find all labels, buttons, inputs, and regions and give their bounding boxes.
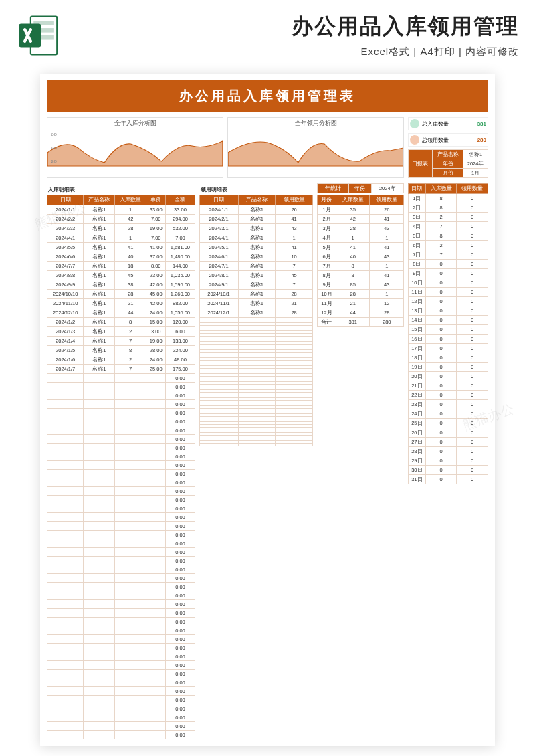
table-row[interactable]: 2024/1/6名称1224.0048.00	[47, 355, 195, 365]
table-row[interactable]: 12日00	[409, 297, 488, 306]
table-row[interactable]: 16日00	[409, 335, 488, 344]
table-row[interactable]: 0.00	[47, 670, 195, 678]
table-row[interactable]: 0.00	[47, 539, 195, 548]
daily-table[interactable]: 日期入库数量领用数量 1日802日803日204日705日806日207日708…	[408, 183, 488, 484]
table-row[interactable]: 5月4141	[318, 243, 404, 252]
table-row[interactable]: 2024/12/1名称128	[199, 308, 312, 318]
table-row[interactable]: 2日80	[409, 203, 488, 213]
table-row[interactable]: 0.00	[47, 548, 195, 557]
table-row[interactable]: 21日00	[409, 381, 488, 391]
table-row[interactable]: 2024/7/7名称1188.00144.00	[47, 262, 195, 271]
table-row[interactable]: 11日00	[409, 288, 488, 297]
table-row[interactable]: 2024/2/1名称141	[199, 215, 312, 224]
table-row[interactable]: 2024/10/10名称12845.001,260.00	[47, 290, 195, 299]
table-row[interactable]: 0.00	[47, 400, 195, 409]
table-row[interactable]: 25日00	[409, 419, 488, 428]
table-row[interactable]: 15日00	[409, 325, 488, 335]
table-row[interactable]: 2024/11/1名称121	[199, 299, 312, 308]
table-row[interactable]: 0.00	[47, 478, 195, 487]
table-row[interactable]: 0.00	[47, 444, 195, 452]
table-row[interactable]: 0.00	[47, 644, 195, 652]
table-row[interactable]: 0.00	[47, 722, 195, 731]
table-row[interactable]: 0.00	[47, 531, 195, 539]
table-row[interactable]: 7日70	[409, 250, 488, 260]
table-row[interactable]: 0.00	[47, 374, 195, 383]
table-row[interactable]: 5日80	[409, 231, 488, 241]
table-row[interactable]: 2024/1/7名称1725.00175.00	[47, 365, 195, 374]
table-row[interactable]: 3日20	[409, 213, 488, 222]
table-row[interactable]: 2024/1/1名称126	[199, 205, 312, 215]
table-row[interactable]: 2024/9/9名称13842.001,596.00	[47, 280, 195, 290]
table-row[interactable]: 0.00	[47, 704, 195, 713]
table-row[interactable]: 11月2112	[318, 299, 404, 308]
table-row[interactable]: 0.00	[47, 652, 195, 661]
table-row[interactable]: 0.00	[47, 383, 195, 391]
table-row[interactable]: 2024/8/1名称145	[199, 271, 312, 280]
table-row[interactable]: 2月4241	[318, 215, 404, 224]
table-row[interactable]: 23日00	[409, 400, 488, 409]
table-row[interactable]: 0.00	[47, 600, 195, 609]
table-row[interactable]: 9月8543	[318, 280, 404, 290]
table-row[interactable]: 0.00	[47, 661, 195, 670]
table-row[interactable]: 0.00	[47, 470, 195, 478]
table-row[interactable]: 6月4043	[318, 252, 404, 262]
table-row[interactable]: 2024/1/4名称1719.00133.00	[47, 337, 195, 346]
table-row[interactable]: 0.00	[47, 426, 195, 435]
table-row[interactable]: 26日00	[409, 428, 488, 438]
table-row[interactable]: 27日00	[409, 438, 488, 447]
table-row[interactable]: 1日80	[409, 194, 488, 203]
table-row[interactable]: 14日00	[409, 316, 488, 325]
table-row[interactable]: 29日00	[409, 456, 488, 466]
table-row[interactable]: 19日00	[409, 363, 488, 372]
table-row[interactable]: 8月841	[318, 271, 404, 280]
table-row[interactable]: 8日00	[409, 260, 488, 269]
table-row[interactable]	[199, 444, 312, 446]
table-row[interactable]: 0.00	[47, 391, 195, 400]
table-row[interactable]: 0.00	[47, 417, 195, 426]
table-row[interactable]: 6日20	[409, 241, 488, 250]
table-row[interactable]: 10日00	[409, 278, 488, 288]
table-row[interactable]: 0.00	[47, 618, 195, 626]
table-row[interactable]: 0.00	[47, 574, 195, 583]
table-row[interactable]: 31日00	[409, 475, 488, 484]
table-row[interactable]: 10月281	[318, 290, 404, 299]
table-row[interactable]: 0.00	[47, 591, 195, 600]
table-row[interactable]: 2024/1/2名称1815.00120.00	[47, 318, 195, 327]
table-row[interactable]: 2024/4/1名称11	[199, 233, 312, 243]
table-row[interactable]: 2024/9/1名称17	[199, 280, 312, 290]
table-row[interactable]: 0.00	[47, 635, 195, 644]
usage-table[interactable]: 日期产品名称领用数量 2024/1/1名称1262024/2/1名称141202…	[199, 195, 313, 446]
table-row[interactable]: 0.00	[47, 522, 195, 531]
inbound-table[interactable]: 日期产品名称入库数量单价金额 2024/1/1名称1133.0033.00202…	[47, 195, 195, 739]
table-row[interactable]: 0.00	[47, 461, 195, 470]
table-row[interactable]: 2024/4/1名称117.007.00	[47, 233, 195, 243]
table-row[interactable]: 0.00	[47, 687, 195, 696]
table-row[interactable]: 合计381280	[318, 318, 404, 327]
monthly-table[interactable]: 月份入库数量领用数量 1月35262月42413月28434月115月41416…	[317, 195, 404, 327]
table-row[interactable]: 20日00	[409, 372, 488, 381]
table-row[interactable]: 2024/5/5名称14141.001,681.00	[47, 243, 195, 252]
table-row[interactable]: 0.00	[47, 504, 195, 513]
table-row[interactable]: 0.00	[47, 435, 195, 444]
table-row[interactable]: 2024/12/10名称14424.001,056.00	[47, 308, 195, 318]
table-row[interactable]: 17日00	[409, 344, 488, 353]
table-row[interactable]: 0.00	[47, 496, 195, 504]
table-row[interactable]: 2024/1/3名称123.006.00	[47, 327, 195, 337]
table-row[interactable]: 9日00	[409, 269, 488, 278]
table-row[interactable]: 24日00	[409, 409, 488, 419]
table-row[interactable]: 0.00	[47, 513, 195, 522]
table-row[interactable]: 0.00	[47, 487, 195, 496]
table-row[interactable]: 2024/7/1名称17	[199, 262, 312, 271]
table-row[interactable]: 2024/1/5名称1828.00224.00	[47, 346, 195, 355]
table-row[interactable]: 2024/11/10名称12142.00882.00	[47, 299, 195, 308]
table-row[interactable]: 0.00	[47, 609, 195, 618]
table-row[interactable]: 2024/5/1名称141	[199, 243, 312, 252]
table-row[interactable]: 1月3526	[318, 205, 404, 215]
table-row[interactable]: 22日00	[409, 391, 488, 400]
table-row[interactable]: 0.00	[47, 557, 195, 565]
table-row[interactable]: 30日00	[409, 466, 488, 475]
table-row[interactable]: 18日00	[409, 353, 488, 363]
table-row[interactable]: 0.00	[47, 713, 195, 722]
table-row[interactable]: 4日70	[409, 222, 488, 231]
table-row[interactable]: 3月2843	[318, 224, 404, 233]
